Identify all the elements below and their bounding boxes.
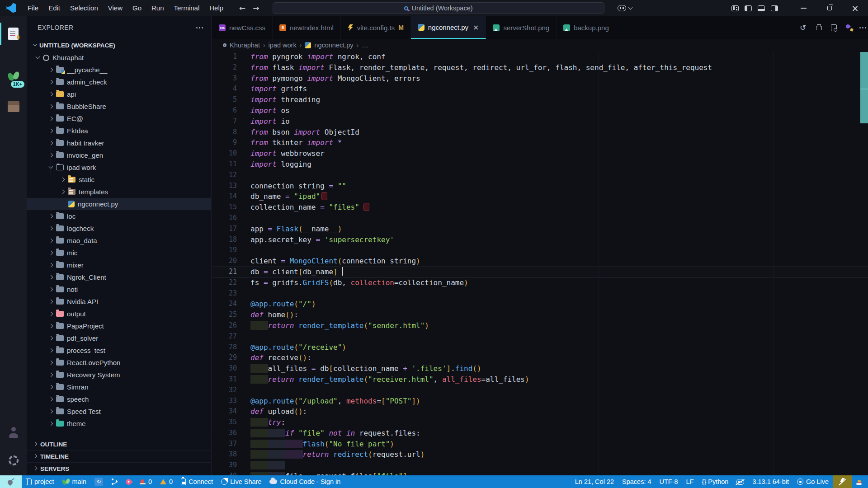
code-line[interactable]: 31 return render_template("receiver.html… [212,374,868,385]
code-line[interactable]: 33 @app.route("/upload", methods=["POST"… [212,396,868,407]
status-item[interactable] [732,475,748,488]
tree-item[interactable]: output [27,308,211,320]
code-line[interactable]: 6 import os [212,105,868,116]
editor-tab[interactable]: ngconnect.py × [411,16,486,39]
tree-item[interactable]: invoice_gen [27,149,211,161]
status-item[interactable]: Live Share [217,475,265,488]
menu-item[interactable]: Help [204,0,228,16]
tree-item[interactable]: mao_data [27,235,211,247]
tree-item[interactable]: theme [27,418,211,430]
code-line[interactable]: 14 db_name = "ipad" [212,191,868,202]
breadcrumb-item[interactable]: › … [357,42,368,49]
code-line[interactable]: 12 [212,170,868,181]
tree-item[interactable]: speech [27,393,211,405]
status-item[interactable]: {} Python [698,475,733,488]
status-item[interactable]: project [22,475,58,488]
code-line[interactable]: 26 return render_template("sender.html") [212,320,868,331]
tree-item[interactable]: EkIdea [27,125,211,137]
status-item[interactable] [107,475,122,488]
tree-item[interactable]: api [27,88,211,100]
code-line[interactable]: 7 import io [212,116,868,127]
activity-explorer[interactable] [0,20,27,48]
tree-item[interactable]: noti [27,283,211,296]
code-line[interactable]: 13 connection_string = "" [212,181,868,192]
status-item[interactable]: Spaces: 4 [618,475,656,488]
code-line[interactable]: 34 def upload(): [212,406,868,417]
nav-forward-button[interactable]: → [253,4,259,13]
more-actions-icon[interactable] [196,27,198,28]
activity-packages[interactable] [0,93,27,121]
status-item[interactable] [122,475,136,488]
tree-item[interactable]: admin_check [27,76,211,88]
status-item[interactable] [0,475,22,488]
code-line[interactable]: 24 @app.route("/") [212,299,868,310]
toolbar-icon[interactable] [831,24,837,31]
code-line[interactable]: 17 app = Flask(__name__) [212,224,868,235]
toolbar-icon[interactable] [799,23,807,32]
editor-tab[interactable]: newCss.css [212,16,273,39]
code-line[interactable]: 4 import gridfs [212,84,868,94]
status-item[interactable]: Go Live [793,475,833,488]
workspace-section-header[interactable]: UNTITLED (WORKSPACE) [27,39,211,52]
activity-accounts[interactable] [0,418,27,446]
code-line[interactable]: 18 app.secret_key = 'supersecretkey' [212,235,868,245]
code-line[interactable]: 28 @app.route("/receive") [212,342,868,353]
tree-item[interactable]: ReactLovePython [27,357,211,369]
menu-item[interactable]: Terminal [169,0,205,16]
tree-item[interactable]: loc [27,210,211,222]
toggle-sidebar-icon[interactable] [745,5,752,11]
tree-item[interactable]: BubbleShare [27,100,211,113]
code-line[interactable]: 32 [212,385,868,396]
status-item[interactable]: Ln 21, Col 22 [571,475,618,488]
editor-tab[interactable]: backup.png [557,16,616,39]
tree-item[interactable]: ipad work [27,161,211,174]
status-item[interactable]: Connect [177,475,217,488]
breadcrumb-item[interactable]: › ngconnect.py [300,42,354,49]
code-line[interactable]: 19 [212,245,868,256]
code-line[interactable]: 35 try: [212,417,868,428]
code-line[interactable]: 29 def receive(): [212,352,868,363]
editor-tab[interactable]: newIndex.html [273,16,341,39]
status-item[interactable]: 3.13.1 64-bit [748,475,793,488]
menu-item[interactable]: Run [146,0,169,16]
tree-item[interactable]: logcheck [27,222,211,235]
menu-item[interactable]: View [103,0,127,16]
code-line[interactable]: 2 from flask import Flask, render_templa… [212,62,868,73]
status-item[interactable]: Cloud Code - Sign in [265,475,344,488]
status-item[interactable] [833,475,852,488]
toggle-panel-icon[interactable] [758,5,765,11]
activity-extensions[interactable]: 1K+ [0,63,27,91]
code-line[interactable]: 21 db = client[db_name] [212,267,868,277]
tree-item[interactable]: mixer [27,259,211,271]
code-line[interactable]: 36 if "file" not in request.files: [212,428,868,439]
code-line[interactable]: 27 [212,331,868,342]
code-line[interactable]: 10 import webbrowser [212,148,868,159]
code-line[interactable]: 40 file = request.files["file"] [212,471,868,475]
menu-item[interactable]: Go [127,0,146,16]
code-line[interactable]: 11 import logging [212,159,868,170]
code-line[interactable]: 23 [212,288,868,299]
tree-item[interactable]: __pycache__ [27,64,211,76]
tree-item[interactable]: Recovery System [27,369,211,381]
editor-tab[interactable]: serverShot.png [486,16,557,39]
restore-button[interactable] [816,0,842,16]
tree-item[interactable]: Nvidia API [27,296,211,308]
tree-item[interactable]: Ngrok_Client [27,271,211,283]
tree-item[interactable]: pdf_solver [27,332,211,344]
tree-item[interactable]: static [27,174,211,186]
toolbar-icon[interactable] [816,24,822,31]
close-button[interactable]: × [842,0,868,16]
code-line[interactable]: 3 from pymongo import MongoClient, error… [212,73,868,84]
code-line[interactable]: 25 def home(): [212,310,868,320]
code-line[interactable]: 1 from pyngrok import ngrok, conf [212,52,868,62]
toolbar-icon[interactable] [845,23,854,32]
sidebar-section-header[interactable]: SERVERS [27,462,211,474]
code-line[interactable]: 30 all_files = db[collection_name + '.fi… [212,363,868,374]
breadcrumb-item[interactable]: › ipad work [263,42,297,49]
tree-item[interactable]: ngconnect.py [27,198,211,210]
tree-item[interactable]: EC@ [27,113,211,125]
tab-close-icon[interactable]: × [473,23,479,32]
tree-item[interactable]: templates [27,186,211,198]
code-line[interactable]: 22 fs = gridfs.GridFS(db, collection=col… [212,277,868,288]
customize-layout-icon[interactable] [731,5,739,11]
